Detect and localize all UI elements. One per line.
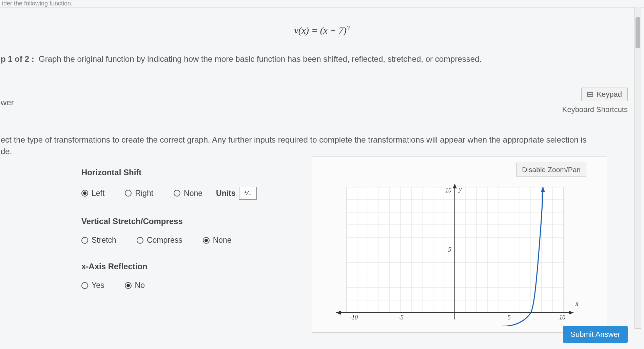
compress-radio[interactable]: Compress	[137, 236, 182, 245]
step-number: p 1 of 2 :	[1, 54, 34, 63]
radio-dot-icon	[203, 237, 210, 244]
reflect-yes-radio[interactable]: Yes	[81, 281, 104, 290]
vertical-stretch-title: Vertical Stretch/Compress	[81, 217, 298, 226]
svg-text:y: y	[458, 185, 462, 193]
answer-section-label: wer	[1, 98, 14, 107]
step-description: p 1 of 2 : Graph the original function b…	[1, 54, 482, 64]
radio-dot-icon	[81, 190, 88, 197]
cropped-header-text: ider the following function.	[0, 0, 644, 7]
x-axis-reflection-title: x-Axis Reflection	[81, 262, 298, 271]
transformation-controls: Horizontal Shift Left Right None Units V…	[81, 163, 298, 290]
horizontal-shift-title: Horizontal Shift	[81, 168, 298, 177]
units-label: Units	[216, 189, 236, 198]
submit-answer-button[interactable]: Submit Answer	[563, 326, 628, 343]
keypad-icon	[587, 92, 593, 97]
svg-text:-10: -10	[350, 314, 358, 321]
hshift-left-label: Left	[92, 189, 104, 198]
keypad-button[interactable]: Keypad	[581, 88, 628, 101]
svg-marker-28	[336, 311, 341, 315]
divider	[0, 85, 630, 85]
svg-marker-29	[569, 311, 573, 315]
radio-dot-icon	[81, 237, 88, 244]
radio-dot-icon	[125, 282, 132, 289]
vertical-scrollbar[interactable]	[635, 7, 641, 329]
stretch-none-label: None	[213, 236, 232, 245]
hshift-none-radio[interactable]: None	[174, 189, 202, 198]
hshift-left-radio[interactable]: Left	[81, 189, 104, 198]
reflect-yes-label: Yes	[92, 281, 104, 290]
compress-label: Compress	[147, 236, 182, 245]
stretch-radio[interactable]: Stretch	[81, 236, 116, 245]
instructions-text: ect the type of transformations to creat…	[1, 134, 630, 157]
stretch-none-radio[interactable]: None	[203, 236, 232, 245]
stretch-label: Stretch	[92, 236, 116, 245]
hshift-right-label: Right	[135, 189, 153, 198]
radio-dot-icon	[125, 190, 132, 197]
reflect-no-label: No	[135, 281, 145, 290]
svg-text:-5: -5	[398, 314, 404, 321]
hshift-none-label: None	[184, 189, 202, 198]
x-axis-reflection-options: Yes No	[81, 281, 298, 290]
units-group: Units	[216, 187, 257, 200]
disable-zoom-button[interactable]: Disable Zoom/Pan	[516, 163, 586, 177]
scrollbar-thumb[interactable]	[636, 17, 640, 48]
horizontal-shift-options: Left Right None Units	[81, 187, 298, 200]
vertical-stretch-options: Stretch Compress None	[81, 236, 298, 245]
keypad-label: Keypad	[597, 90, 622, 99]
equation-display: v(x) = (x + 7)3	[0, 24, 644, 36]
radio-dot-icon	[174, 190, 180, 197]
svg-text:5: 5	[508, 314, 511, 321]
keyboard-shortcuts-link[interactable]: Keyboard Shortcuts	[562, 105, 628, 114]
svg-text:10: 10	[559, 314, 565, 321]
svg-marker-31	[453, 184, 457, 188]
units-input[interactable]	[239, 187, 257, 200]
graph-plot[interactable]: -10 -5 5 10 5 10 y x	[326, 184, 584, 326]
radio-dot-icon	[137, 237, 143, 244]
reflect-no-radio[interactable]: No	[125, 281, 145, 290]
radio-dot-icon	[81, 282, 88, 289]
svg-text:x: x	[575, 300, 579, 307]
svg-text:5: 5	[448, 246, 451, 253]
hshift-right-radio[interactable]: Right	[125, 189, 153, 198]
svg-text:10: 10	[445, 187, 451, 194]
step-text: Graph the original function by indicatin…	[39, 54, 482, 63]
graph-panel: Disable Zoom/Pan -10 -5 5 10 5 10 y x	[312, 156, 607, 333]
